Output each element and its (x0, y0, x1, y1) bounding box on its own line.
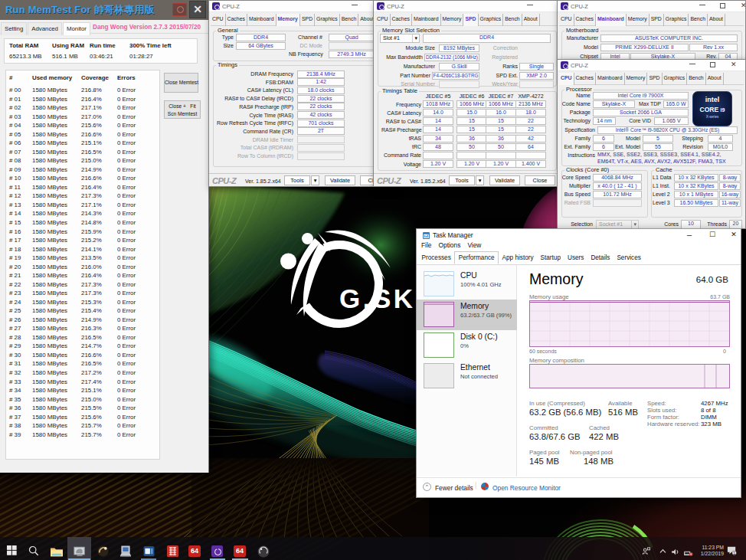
svg-text:1: 1 (733, 551, 735, 555)
